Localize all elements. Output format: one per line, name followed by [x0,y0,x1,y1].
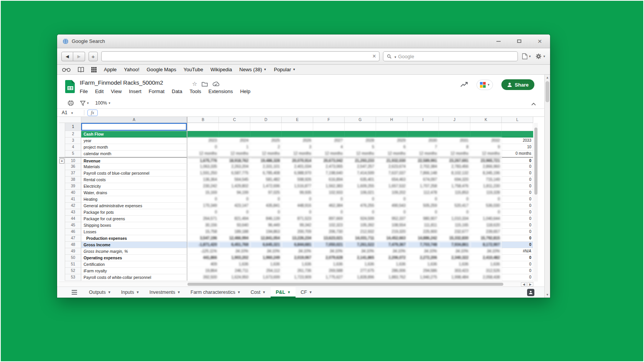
cell-C40[interactable]: 94,199 [219,190,250,196]
cell-A40[interactable]: Water, drains [81,190,187,196]
cell-A39[interactable]: Electricity [81,183,187,190]
cell-L38[interactable]: 0 [502,177,533,183]
cell-I1[interactable] [407,123,439,131]
cell-C43[interactable]: 0 [219,209,250,216]
cell-H4[interactable]: 6 [376,144,407,151]
cell-A42[interactable]: General administrative expenses [81,203,187,209]
row-header-5[interactable]: 5 [65,151,81,157]
cell-C50[interactable]: 1,903,202 [219,255,250,261]
cell-J5[interactable]: 12 months [439,151,470,157]
col-header-K[interactable]: K [470,117,502,123]
cell-K10[interactable]: 23,965,721 [470,157,502,164]
cell-K42[interactable]: 536,030 [470,203,502,209]
cell-K52[interactable]: 312,526 [470,268,502,274]
cell-D46[interactable]: 194,863 [250,229,282,235]
cell-E4[interactable]: 3 [282,144,313,151]
bookmark-google-maps[interactable]: Google Maps [147,67,176,72]
cell-A49[interactable]: Gross Income margin, % [81,248,187,255]
cell-K53[interactable]: 2,058,438 [470,274,502,281]
cell-E46[interactable]: 200,709 [282,229,313,235]
cell-A3[interactable]: year [81,138,187,144]
cell-G10[interactable]: 21,293,233 [345,157,376,164]
cell-K51[interactable]: 1,636 [470,261,502,268]
cell-H2[interactable] [376,131,407,138]
cell-I39[interactable]: 1,707,258 [407,183,439,190]
cell-C45[interactable]: 93,640 [219,222,250,229]
cell-H53[interactable]: 1,883,762 [376,274,407,281]
cell-L52[interactable]: 0 [502,268,533,274]
cell-G49[interactable]: 34.10% [345,248,376,255]
cell-D50[interactable]: 1,960,249 [250,255,282,261]
share-button[interactable]: Share [501,79,534,90]
cell-J39[interactable]: 1,758,476 [439,183,470,190]
cell-D36[interactable]: 2,331,101 [250,164,282,170]
row-header-46[interactable]: 46 [65,229,81,235]
cell-E2[interactable] [282,131,313,138]
cell-F45[interactable]: 102,323 [313,222,345,229]
cell-E53[interactable]: 1,723,909 [282,274,313,281]
cell-D4[interactable]: 2 [250,144,282,151]
cell-J42[interactable]: 520,417 [439,203,470,209]
cell-B47[interactable]: 3,547,196 [187,235,219,242]
cell-E47[interactable]: 13,226,234 [282,235,313,242]
cell-L51[interactable]: 0 [502,261,533,268]
tab-p-l[interactable]: P&L▼ [271,287,296,298]
row-header-50[interactable]: 50 [65,255,81,261]
cell-L41[interactable]: 0 [502,196,533,203]
cell-C49[interactable]: 34.10% [219,248,250,255]
cell-L5[interactable]: 0 months [502,151,533,157]
cell-G5[interactable]: 12 months [345,151,376,157]
formula-input[interactable] [98,109,544,116]
cell-J41[interactable]: 0 [439,196,470,203]
cell-C37[interactable]: 6,587,775 [219,170,250,177]
cell-L50[interactable]: 0 [502,255,533,261]
cell-H38[interactable]: 654,463 [376,177,407,183]
cell-K37[interactable]: 8,345,196 [470,170,502,177]
cell-A52[interactable]: iFarm royalty [81,268,187,274]
cell-F2[interactable] [313,131,345,138]
all-sheets-button[interactable] [70,288,79,296]
cell-G37[interactable]: 7,414,599 [345,170,376,177]
scroll-up-arrow-icon[interactable]: ▲ [545,75,550,80]
cell-B45[interactable]: 30,156 [187,222,219,229]
print-button[interactable] [68,100,74,106]
cell-G3[interactable]: 2028 [345,138,376,144]
cell-J43[interactable]: 0 [439,209,470,216]
address-input[interactable] [105,54,373,59]
cell-G48[interactable]: 7,261,522 [345,242,376,248]
row-header-3[interactable]: 3 [65,138,81,144]
tab-inputs[interactable]: Inputs▼ [116,287,145,298]
cell-F50[interactable]: 2,079,628 [313,255,345,261]
expand-group-button[interactable]: + [59,159,64,164]
cell-G40[interactable]: 106,021 [345,190,376,196]
cell-C53[interactable]: 1,624,950 [219,274,250,281]
cell-E52[interactable]: 261,736 [282,268,313,274]
cell-D49[interactable]: 34.10% [250,248,282,255]
cell-F1[interactable] [313,123,345,131]
cell-H43[interactable]: 0 [376,209,407,216]
cell-D10[interactable]: 19,486,328 [250,157,282,164]
cell-D53[interactable]: 1,673,699 [250,274,282,281]
cell-I46[interactable]: 225,900 [407,229,439,235]
cell-F10[interactable]: 20,673,042 [313,157,345,164]
cell-G1[interactable] [345,123,376,131]
page-menu-button[interactable] [521,52,532,60]
cell-I36[interactable]: 2,702,384 [407,164,439,170]
cell-B5[interactable]: 12 months [187,151,219,157]
tab-cost[interactable]: Cost▼ [246,287,271,298]
cell-C47[interactable]: 12,466,994 [219,235,250,242]
cell-I48[interactable]: 7,703,748 [407,242,439,248]
cell-C36[interactable]: 2,263,204 [219,164,250,170]
cell-A36[interactable]: Materials [81,164,187,170]
cell-K47[interactable]: 15,792,815 [470,235,502,242]
bookmark-news-38[interactable]: News (38)▼ [239,67,266,72]
cell-F53[interactable]: 1,775,627 [313,274,345,281]
cell-B52[interactable]: 19,864 [187,268,219,274]
zoom-selector[interactable]: 100% [95,100,110,106]
cell-B48[interactable]: -1,871,420 [187,242,219,248]
grid-corner[interactable] [59,117,81,123]
cell-I40[interactable]: 112,478 [407,190,439,196]
cell-K4[interactable]: 9 [470,144,502,151]
cell-I53[interactable]: 1,940,275 [407,274,439,281]
cell-B46[interactable]: 15,758 [187,229,219,235]
